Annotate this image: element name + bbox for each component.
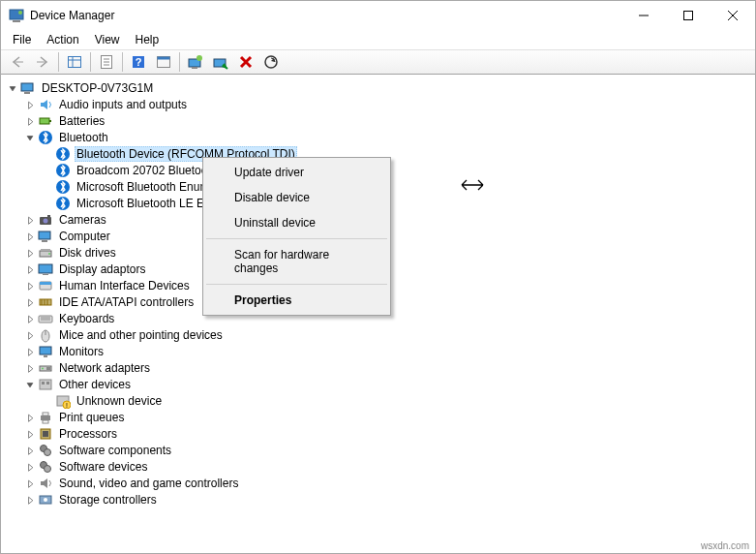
unknown-icon: ! [55, 393, 71, 409]
context-menu-item[interactable]: Disable device [205, 185, 388, 210]
keyboard-icon [38, 311, 53, 326]
svg-rect-26 [24, 92, 30, 94]
hid-icon [38, 278, 53, 293]
bluetooth-icon [55, 146, 71, 162]
menu-action[interactable]: Action [39, 31, 86, 48]
tree-category[interactable]: Software devices [1, 458, 755, 475]
expand-toggle[interactable] [22, 410, 38, 425]
tree-label: Software devices [57, 460, 149, 474]
svg-rect-37 [39, 231, 50, 239]
tree-category[interactable]: Audio inputs and outputs [1, 96, 755, 112]
help-button[interactable]: ? [127, 51, 150, 73]
tree-label: Audio inputs and outputs [57, 98, 189, 111]
tree-label: DESKTOP-0V73G1M [40, 81, 155, 95]
maximize-button[interactable] [666, 1, 711, 30]
svg-rect-70 [43, 431, 48, 437]
forward-button[interactable] [31, 51, 54, 73]
tree-category[interactable]: Print queues [1, 409, 755, 425]
menubar: File Action View Help [1, 30, 755, 49]
disable-button[interactable] [209, 51, 232, 73]
scan-hardware-button[interactable] [259, 51, 283, 73]
back-button[interactable] [6, 51, 29, 73]
tree-label: Print queues [57, 411, 126, 424]
expand-toggle[interactable] [22, 443, 38, 458]
menu-view[interactable]: View [87, 31, 128, 48]
titlebar: Device Manager [1, 1, 755, 30]
expand-toggle[interactable] [22, 476, 38, 491]
battery-icon [38, 113, 53, 129]
svg-rect-27 [40, 118, 49, 124]
expand-toggle[interactable] [5, 80, 20, 96]
tree-category[interactable]: Software components [1, 442, 755, 458]
toolbar-separator [179, 52, 180, 72]
expand-toggle[interactable] [22, 344, 38, 359]
expand-toggle[interactable] [22, 245, 38, 261]
tree-category[interactable]: Mice and other pointing devices [1, 326, 755, 343]
svg-rect-28 [49, 120, 51, 122]
expand-toggle[interactable] [22, 212, 38, 228]
tree-category[interactable]: Bluetooth [1, 129, 755, 145]
svg-point-35 [44, 218, 48, 223]
bluetooth-icon [55, 179, 71, 195]
monitor-icon [38, 344, 53, 359]
menu-file[interactable]: File [5, 31, 39, 48]
svg-rect-66 [41, 416, 50, 420]
tree-category[interactable]: Monitors [1, 343, 755, 359]
computer-icon [38, 229, 53, 244]
svg-rect-55 [40, 347, 51, 354]
close-button[interactable] [711, 1, 755, 30]
tree-category[interactable]: Sound, video and game controllers [1, 475, 755, 491]
menu-help[interactable]: Help [128, 31, 167, 48]
minimize-button[interactable] [621, 1, 666, 30]
expand-toggle[interactable] [22, 327, 38, 343]
network-icon [38, 360, 53, 376]
expand-toggle[interactable] [22, 426, 38, 442]
tree-device[interactable]: !Unknown device [1, 392, 755, 409]
watermark: wsxdn.com [701, 540, 749, 551]
tree-category[interactable]: Processors [1, 425, 755, 442]
sound-icon [38, 476, 53, 491]
svg-rect-25 [21, 83, 33, 91]
context-menu-item[interactable]: Properties [205, 288, 388, 313]
swcomp-icon [38, 443, 53, 458]
svg-rect-36 [47, 215, 50, 217]
display-icon [38, 262, 53, 277]
expand-toggle[interactable] [22, 262, 38, 277]
mouse-icon [38, 327, 53, 343]
expand-toggle[interactable] [22, 97, 38, 112]
expand-toggle[interactable] [22, 360, 38, 376]
tree-root[interactable]: DESKTOP-0V73G1M [1, 79, 755, 96]
svg-point-20 [197, 55, 202, 61]
expand-toggle[interactable] [22, 294, 38, 310]
context-menu-item[interactable]: Update driver [205, 160, 388, 185]
update-driver-button[interactable] [184, 51, 207, 73]
expand-toggle[interactable] [22, 130, 38, 145]
svg-point-72 [45, 448, 51, 455]
context-menu-item[interactable]: Scan for hardware changes [205, 242, 388, 281]
expand-toggle[interactable] [22, 459, 38, 475]
tree-category[interactable]: Batteries [1, 112, 755, 129]
expand-toggle[interactable] [22, 113, 38, 129]
tree-category[interactable]: Other devices [1, 376, 755, 392]
expand-toggle[interactable] [22, 278, 38, 293]
toolbar-separator [90, 52, 91, 72]
properties-button[interactable] [95, 51, 118, 73]
action-pane-button[interactable] [152, 51, 175, 73]
show-hide-tree-button[interactable] [63, 51, 86, 73]
tree-category[interactable]: Storage controllers [1, 491, 755, 508]
tree-category[interactable]: Network adapters [1, 359, 755, 376]
tree-label: Bluetooth [57, 131, 110, 144]
svg-rect-41 [41, 249, 50, 251]
tree-label: Unknown device [75, 394, 164, 408]
tree-label: IDE ATA/ATAPI controllers [57, 295, 196, 309]
context-menu-item[interactable]: Uninstall device [205, 210, 388, 235]
context-menu-separator [206, 238, 387, 239]
expand-toggle[interactable] [22, 229, 38, 244]
other-icon [38, 377, 53, 392]
tree-label: Storage controllers [57, 493, 159, 507]
expand-toggle[interactable] [22, 311, 38, 326]
expand-toggle[interactable] [22, 377, 38, 392]
svg-point-2 [18, 11, 22, 15]
expand-toggle[interactable] [22, 492, 38, 508]
uninstall-button[interactable] [234, 51, 257, 73]
